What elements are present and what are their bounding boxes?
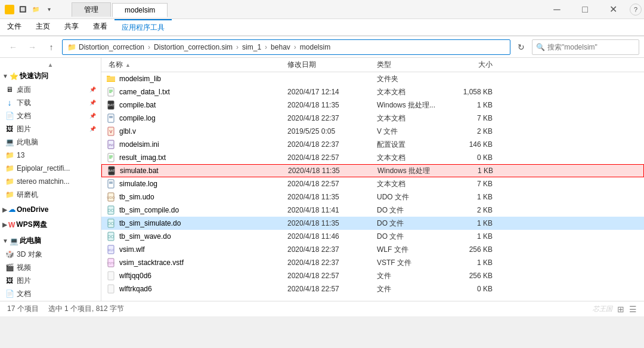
folder-grinder-icon: 📁: [5, 190, 14, 199]
qa-properties-btn[interactable]: 🔲: [17, 4, 29, 16]
refresh-button[interactable]: ↻: [513, 39, 530, 56]
sidebar-item-video[interactable]: 🎬 视频: [0, 261, 101, 274]
file-name-text: simulate.log: [119, 180, 157, 188]
file-type-icon: [106, 153, 116, 162]
sidebar-item-epipolar[interactable]: 📁 Epipolar_rectifi...: [0, 162, 101, 175]
table-row[interactable]: V glbl.v 2019/5/25 0:05 V 文件 2 KB: [101, 125, 644, 138]
ribbon-tab-apptools[interactable]: 应用程序工具: [114, 19, 172, 35]
pin-icon: 📌: [89, 87, 96, 93]
file-name-cell: wlftjqq0d6: [104, 271, 283, 281]
table-row[interactable]: DO tb_sim_compile.do 2020/4/18 11:41 DO …: [101, 204, 644, 217]
svg-text:UDO: UDO: [107, 196, 115, 199]
sidebar-item-pics[interactable]: 🖼 图片: [0, 274, 101, 287]
view-icons[interactable]: ⊞: [617, 304, 624, 314]
sidebar-item-stereo[interactable]: 📁 stereo matchin...: [0, 175, 101, 188]
table-row[interactable]: result_imag.txt 2020/4/18 22:57 文本文档 0 K…: [101, 151, 644, 164]
ribbon-tabs: 文件 主页 共享 查看 应用程序工具: [0, 19, 644, 36]
ribbon-tab-home[interactable]: 主页: [29, 19, 57, 35]
col-header-date[interactable]: 修改日期: [283, 60, 372, 70]
close-button[interactable]: ✕: [599, 0, 627, 19]
sidebar-item-desktop[interactable]: 🖥 桌面 📌: [0, 83, 101, 96]
table-row[interactable]: VSTF vsim_stacktrace.vstf 2020/4/18 22:3…: [101, 256, 644, 269]
table-row[interactable]: INI modelsim.ini 2020/4/18 22:37 配置设置 14…: [101, 138, 644, 151]
table-row[interactable]: DO tb_sim_wave.do 2020/4/18 11:46 DO 文件 …: [101, 230, 644, 243]
table-row[interactable]: compile.log 2020/4/18 22:37 文本文档 7 KB: [101, 112, 644, 125]
path-icon: 📁: [67, 43, 76, 51]
file-type-icon: DO: [106, 232, 116, 241]
file-size-cell: 146 KB: [450, 140, 497, 149]
path-segment-5[interactable]: modelsim: [300, 43, 330, 51]
col-header-size[interactable]: 大小: [450, 60, 497, 70]
maximize-button[interactable]: □: [571, 0, 599, 19]
sidebar-header-pc[interactable]: ▼ 💻 此电脑: [0, 234, 101, 248]
table-row[interactable]: UDO tb_sim.udo 2020/4/18 11:35 UDO 文件 1 …: [101, 190, 644, 204]
docs-icon: 📄: [5, 289, 14, 298]
tab-manage[interactable]: 管理: [72, 2, 111, 17]
table-row[interactable]: wlftjqq0d6 2020/4/18 22:57 文件 256 KB: [101, 269, 644, 282]
search-input[interactable]: [547, 43, 637, 51]
sidebar-label-pc: 此电脑: [20, 236, 41, 246]
svg-rect-34: [108, 272, 114, 280]
sidebar-scroll-up[interactable]: ▲: [0, 60, 101, 69]
file-type-cell: 文本文档: [372, 113, 450, 124]
search-box[interactable]: 🔍: [532, 39, 639, 55]
file-type-icon: WLF: [106, 245, 116, 254]
sidebar-item-dl[interactable]: ↓ 下载: [0, 300, 101, 301]
qa-dropdown-btn[interactable]: ▾: [43, 4, 55, 16]
file-name-text: compile.bat: [119, 101, 156, 109]
back-button[interactable]: ←: [5, 39, 21, 56]
minimize-button[interactable]: ─: [543, 0, 571, 19]
table-row[interactable]: wlftrkqad6 2020/4/18 22:57 文件 0 KB: [101, 282, 644, 295]
ribbon-tab-view[interactable]: 查看: [86, 19, 114, 35]
sidebar-label-onedrive: OneDrive: [17, 205, 48, 214]
path-segment-3[interactable]: sim_1: [242, 43, 261, 51]
path-segment-2[interactable]: Distortion_correction.sim: [154, 43, 233, 51]
table-row[interactable]: WLF vsim.wlf 2020/4/18 22:37 WLF 文件 256 …: [101, 243, 644, 256]
file-date-cell: 2020/4/18 22:57: [283, 285, 372, 293]
sidebar-item-13[interactable]: 📁 13: [0, 149, 101, 162]
sidebar-label-grinder: 研磨机: [17, 190, 38, 200]
sidebar-item-documents[interactable]: 📄 文档 📌: [0, 109, 101, 122]
view-list[interactable]: ☰: [629, 304, 637, 314]
sidebar-item-grinder[interactable]: 📁 研磨机: [0, 188, 101, 201]
sidebar-item-3d[interactable]: 🎲 3D 对象: [0, 248, 101, 261]
titlebar-tabs: 管理 modelsim: [60, 2, 543, 17]
chevron-onedrive-icon: ▶: [2, 207, 7, 213]
file-type-icon: DO: [106, 205, 116, 215]
forward-button[interactable]: →: [24, 39, 41, 56]
col-header-type[interactable]: 类型: [372, 60, 450, 70]
file-size-cell: 2 KB: [450, 206, 497, 214]
svg-text:WLF: WLF: [108, 248, 114, 252]
table-row[interactable]: BAT simulate.bat 2020/4/18 11:35 Windows…: [101, 164, 644, 177]
table-row[interactable]: came_data_l.txt 2020/4/17 12:14 文本文档 1,0…: [101, 85, 644, 98]
file-date-cell: 2020/4/18 22:57: [283, 153, 372, 162]
tab-modelsim[interactable]: modelsim: [112, 3, 168, 17]
table-row[interactable]: BAT compile.bat 2020/4/18 11:35 Windows …: [101, 98, 644, 112]
sidebar-item-thispc[interactable]: 💻 此电脑: [0, 135, 101, 149]
file-type-cell: VSTF 文件: [372, 258, 450, 268]
sidebar-header-wps[interactable]: ▶ W WPS网盘: [0, 218, 101, 232]
qa-newfolder-btn[interactable]: 📁: [30, 4, 42, 16]
sidebar-item-docs[interactable]: 📄 文档: [0, 287, 101, 300]
help-button[interactable]: ?: [630, 4, 642, 16]
ribbon-tab-file[interactable]: 文件: [0, 19, 29, 35]
sidebar-header-quickaccess[interactable]: ▼ ⭐ 快速访问: [0, 69, 101, 83]
col-header-name[interactable]: 名称 ▲: [104, 60, 283, 70]
table-row[interactable]: modelsim_lib 文件夹: [101, 72, 644, 85]
file-type-cell: 文本文档: [372, 87, 450, 97]
up-button[interactable]: ↑: [43, 39, 60, 56]
file-name-text: modelsim_lib: [119, 75, 161, 83]
table-row[interactable]: DO tb_sim_simulate.do 2020/4/18 11:35 DO…: [101, 217, 644, 230]
path-segment-1[interactable]: Distortion_correction: [79, 43, 144, 51]
ribbon-tab-share[interactable]: 共享: [57, 19, 86, 35]
file-type-cell: 文本文档: [372, 179, 450, 189]
file-name-text: vsim_stacktrace.vstf: [119, 258, 184, 267]
address-path[interactable]: 📁 Distortion_correction › Distortion_cor…: [62, 39, 510, 55]
sidebar-item-pictures[interactable]: 🖼 图片 📌: [0, 122, 101, 135]
sidebar-header-onedrive[interactable]: ▶ ☁ OneDrive: [0, 204, 101, 215]
file-size-cell: 1,058 KB: [450, 88, 497, 96]
sidebar-item-downloads[interactable]: ↓ 下载 📌: [0, 96, 101, 109]
path-segment-4[interactable]: behav: [271, 43, 290, 51]
file-name-text: glbl.v: [119, 127, 136, 135]
table-row[interactable]: simulate.log 2020/4/18 22:57 文本文档 7 KB: [101, 177, 644, 190]
